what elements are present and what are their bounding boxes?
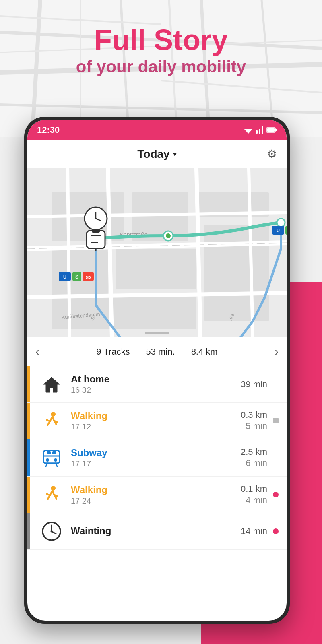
list-item[interactable]: Walking 17:24 0.1 km 4 min [27,477,287,513]
track-name: At home [71,374,241,385]
svg-rect-72 [47,451,51,454]
track-time: 16:32 [71,386,241,395]
svg-point-70 [46,458,49,462]
list-item[interactable]: Walking 17:12 0.3 km 5 min [27,402,287,439]
tracks-distance: 8.4 km [191,347,218,357]
battery-icon [266,127,277,133]
square-indicator [273,418,279,423]
dot-indicator-2 [273,528,279,534]
list-item[interactable]: Subway 17:17 2.5 km 6 min [27,439,287,477]
svg-point-71 [54,458,57,462]
svg-rect-68 [43,450,60,463]
track-name: Walking [71,484,241,495]
svg-rect-14 [256,130,258,134]
svg-rect-16 [262,126,263,134]
track-bar [27,366,30,402]
svg-text:U: U [277,228,280,233]
track-bar [27,513,30,549]
track-name: Walking [71,410,241,421]
track-stats: 0.3 km 5 min [241,410,267,431]
prev-button[interactable]: ‹ [35,345,39,358]
track-indicator [270,492,279,497]
phone-frame: 12:30 [24,117,290,624]
svg-rect-53 [285,226,287,235]
svg-point-43 [166,233,171,238]
track-stat-min: 4 min [241,495,267,506]
track-list: At home 16:32 39 min [27,366,287,550]
track-stats: 14 min [241,526,267,537]
status-time: 12:30 [37,125,60,135]
svg-point-76 [51,486,56,491]
track-icon-wrap [35,484,68,505]
list-item[interactable]: Wainting 14 min [27,513,287,550]
next-button[interactable]: › [275,345,279,358]
svg-rect-15 [259,129,260,134]
track-icon-wrap [35,520,68,542]
map-area: Kantstraße Kurfürstendamm -ße -Str. [27,168,287,337]
track-stat-km: 2.5 km [241,447,267,457]
signal-icon [256,126,263,134]
svg-line-2 [0,105,322,113]
track-indicator [270,528,279,534]
svg-rect-73 [52,451,56,454]
subway-icon [40,446,63,469]
track-name: Subway [71,447,241,458]
tracks-info: 9 Tracks 53 min. 8.4 km [96,347,217,357]
track-bar [27,477,30,513]
map-svg: Kantstraße Kurfürstendamm -ße -Str. [27,168,287,337]
track-stats: 39 min [241,379,267,390]
svg-point-67 [51,412,56,417]
app-header: Today ▾ ⚙ [27,140,287,168]
hero-title: Full Story [0,24,322,56]
track-stats: 0.1 km 4 min [241,484,267,506]
list-item[interactable]: At home 16:32 39 min [27,366,287,402]
svg-line-8 [161,80,322,93]
track-icon-wrap [35,374,68,395]
track-time: 17:12 [71,422,241,431]
track-details: Subway 17:17 [68,447,241,469]
drag-indicator [145,332,169,334]
track-stat-main: 14 min [241,526,267,537]
dot-indicator [273,492,279,497]
waiting-icon [41,520,62,542]
svg-rect-62 [92,229,100,233]
track-stats: 2.5 km 6 min [241,447,267,469]
track-details: Walking 17:24 [68,484,241,506]
svg-text:S: S [75,274,78,280]
track-indicator [270,418,279,423]
track-time: 17:17 [71,459,241,469]
walking-icon [41,410,62,431]
home-icon [41,374,62,395]
track-name: Wainting [71,525,241,537]
svg-text:DB: DB [86,275,91,279]
tracks-count: 9 Tracks [96,347,130,357]
svg-line-35 [68,168,70,337]
track-details: Walking 17:12 [68,410,241,431]
svg-line-80 [52,531,56,534]
dropdown-icon[interactable]: ▾ [173,150,177,159]
hero-subtitle: of your daily mobility [0,56,322,78]
svg-text:U: U [63,275,66,279]
svg-rect-19 [267,128,275,132]
settings-icon[interactable]: ⚙ [267,147,277,161]
phone-inner: 12:30 [27,120,287,621]
tracks-duration: 53 min. [146,347,175,357]
status-bar: 12:30 [27,120,287,140]
track-stat-min: 6 min [241,458,267,469]
svg-rect-18 [275,129,277,131]
track-stat-main: 39 min [241,379,267,390]
track-icon-wrap [35,410,68,431]
wifi-icon [244,126,253,134]
track-details: Wainting [68,525,241,537]
hero-section: Full Story of your daily mobility [0,24,322,78]
track-time: 17:24 [71,496,241,506]
walking-icon-2 [41,484,62,505]
track-bar [27,402,30,439]
track-details: At home 16:32 [68,374,241,395]
track-icon-wrap [35,446,68,469]
track-stat-km: 0.1 km [241,484,267,494]
track-stat-min: 5 min [241,421,267,431]
svg-point-44 [277,219,285,227]
svg-rect-26 [116,249,196,289]
tracks-bar: ‹ 9 Tracks 53 min. 8.4 km › [27,337,287,366]
